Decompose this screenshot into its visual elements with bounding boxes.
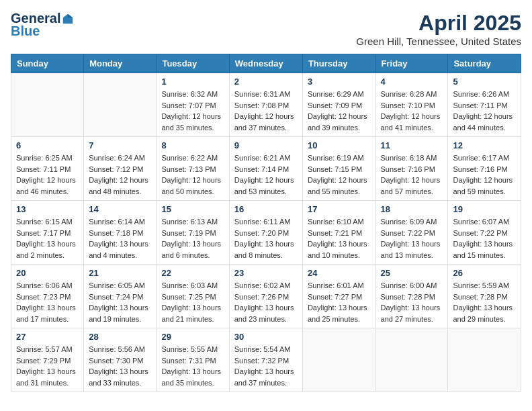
calendar-day-cell: 6Sunrise: 6:25 AM Sunset: 7:11 PM Daylig… bbox=[11, 137, 84, 201]
calendar-day-cell: 28Sunrise: 5:56 AM Sunset: 7:30 PM Dayli… bbox=[84, 328, 157, 392]
day-info: Sunrise: 6:29 AM Sunset: 7:09 PM Dayligh… bbox=[308, 89, 371, 133]
calendar-header-day: Friday bbox=[375, 54, 448, 73]
calendar-header-day: Saturday bbox=[448, 54, 521, 73]
calendar-day-cell: 26Sunrise: 5:59 AM Sunset: 7:28 PM Dayli… bbox=[448, 265, 521, 328]
calendar-day-cell: 23Sunrise: 6:02 AM Sunset: 7:26 PM Dayli… bbox=[229, 265, 302, 328]
calendar-day-cell: 5Sunrise: 6:26 AM Sunset: 7:11 PM Daylig… bbox=[448, 73, 521, 137]
day-info: Sunrise: 6:17 AM Sunset: 7:16 PM Dayligh… bbox=[453, 152, 516, 197]
logo: General Blue bbox=[11, 11, 75, 39]
calendar-header-day: Sunday bbox=[11, 54, 84, 73]
day-number: 15 bbox=[161, 204, 224, 214]
day-info: Sunrise: 6:11 AM Sunset: 7:20 PM Dayligh… bbox=[234, 216, 298, 261]
day-number: 12 bbox=[453, 140, 516, 150]
day-number: 19 bbox=[453, 204, 516, 214]
day-number: 11 bbox=[381, 140, 443, 150]
day-number: 21 bbox=[89, 268, 151, 278]
day-info: Sunrise: 6:32 AM Sunset: 7:07 PM Dayligh… bbox=[161, 89, 224, 133]
day-number: 26 bbox=[453, 268, 516, 278]
calendar-week-row: 20Sunrise: 6:06 AM Sunset: 7:23 PM Dayli… bbox=[11, 265, 521, 328]
day-number: 17 bbox=[308, 204, 371, 214]
calendar-header-row: SundayMondayTuesdayWednesdayThursdayFrid… bbox=[11, 54, 521, 73]
day-info: Sunrise: 6:22 AM Sunset: 7:13 PM Dayligh… bbox=[161, 152, 224, 197]
logo-icon bbox=[62, 13, 74, 25]
calendar-header-day: Thursday bbox=[302, 54, 375, 73]
calendar-day-cell: 12Sunrise: 6:17 AM Sunset: 7:16 PM Dayli… bbox=[448, 137, 521, 201]
calendar-day-cell: 24Sunrise: 6:01 AM Sunset: 7:27 PM Dayli… bbox=[302, 265, 375, 328]
day-info: Sunrise: 6:15 AM Sunset: 7:17 PM Dayligh… bbox=[16, 216, 79, 261]
calendar-day-cell bbox=[84, 73, 157, 137]
page-header: General Blue April 2025 Green Hill, Tenn… bbox=[11, 11, 521, 47]
day-number: 5 bbox=[453, 77, 516, 87]
day-number: 30 bbox=[234, 332, 298, 342]
calendar-day-cell: 7Sunrise: 6:24 AM Sunset: 7:12 PM Daylig… bbox=[84, 137, 157, 201]
calendar-day-cell: 22Sunrise: 6:03 AM Sunset: 7:25 PM Dayli… bbox=[157, 265, 229, 328]
calendar-subtitle: Green Hill, Tennessee, United States bbox=[356, 36, 521, 47]
calendar-day-cell: 29Sunrise: 5:55 AM Sunset: 7:31 PM Dayli… bbox=[157, 328, 229, 392]
day-number: 28 bbox=[89, 332, 151, 342]
calendar-day-cell: 19Sunrise: 6:07 AM Sunset: 7:22 PM Dayli… bbox=[448, 201, 521, 265]
day-info: Sunrise: 6:05 AM Sunset: 7:24 PM Dayligh… bbox=[89, 280, 151, 324]
calendar-day-cell: 9Sunrise: 6:21 AM Sunset: 7:14 PM Daylig… bbox=[229, 137, 302, 201]
day-number: 20 bbox=[16, 268, 79, 278]
calendar-week-row: 6Sunrise: 6:25 AM Sunset: 7:11 PM Daylig… bbox=[11, 137, 521, 201]
calendar-day-cell bbox=[11, 73, 84, 137]
day-number: 16 bbox=[234, 204, 298, 214]
calendar-title: April 2025 bbox=[356, 11, 521, 36]
day-info: Sunrise: 6:03 AM Sunset: 7:25 PM Dayligh… bbox=[161, 280, 224, 324]
calendar-day-cell: 25Sunrise: 6:00 AM Sunset: 7:28 PM Dayli… bbox=[375, 265, 448, 328]
day-info: Sunrise: 6:31 AM Sunset: 7:08 PM Dayligh… bbox=[234, 89, 298, 133]
day-number: 7 bbox=[89, 140, 151, 150]
day-number: 25 bbox=[381, 268, 443, 278]
calendar-day-cell: 1Sunrise: 6:32 AM Sunset: 7:07 PM Daylig… bbox=[157, 73, 229, 137]
calendar-day-cell: 17Sunrise: 6:10 AM Sunset: 7:21 PM Dayli… bbox=[302, 201, 375, 265]
day-number: 24 bbox=[308, 268, 371, 278]
day-number: 9 bbox=[234, 140, 298, 150]
day-number: 13 bbox=[16, 204, 79, 214]
day-number: 10 bbox=[308, 140, 371, 150]
day-info: Sunrise: 6:10 AM Sunset: 7:21 PM Dayligh… bbox=[308, 216, 371, 261]
day-number: 14 bbox=[89, 204, 151, 214]
day-number: 6 bbox=[16, 140, 79, 150]
day-number: 4 bbox=[381, 77, 443, 87]
svg-marker-1 bbox=[68, 13, 73, 17]
day-number: 8 bbox=[161, 140, 224, 150]
day-info: Sunrise: 6:26 AM Sunset: 7:11 PM Dayligh… bbox=[453, 89, 516, 133]
day-info: Sunrise: 6:25 AM Sunset: 7:11 PM Dayligh… bbox=[16, 152, 79, 197]
calendar-day-cell: 8Sunrise: 6:22 AM Sunset: 7:13 PM Daylig… bbox=[157, 137, 229, 201]
day-info: Sunrise: 6:01 AM Sunset: 7:27 PM Dayligh… bbox=[308, 280, 371, 324]
day-info: Sunrise: 6:02 AM Sunset: 7:26 PM Dayligh… bbox=[234, 280, 298, 324]
day-number: 22 bbox=[161, 268, 224, 278]
day-info: Sunrise: 5:54 AM Sunset: 7:32 PM Dayligh… bbox=[234, 344, 298, 388]
calendar-week-row: 27Sunrise: 5:57 AM Sunset: 7:29 PM Dayli… bbox=[11, 328, 521, 392]
day-info: Sunrise: 6:13 AM Sunset: 7:19 PM Dayligh… bbox=[161, 216, 224, 261]
day-info: Sunrise: 6:21 AM Sunset: 7:14 PM Dayligh… bbox=[234, 152, 298, 197]
logo-blue: Blue bbox=[11, 24, 40, 39]
calendar-day-cell: 16Sunrise: 6:11 AM Sunset: 7:20 PM Dayli… bbox=[229, 201, 302, 265]
calendar-day-cell bbox=[302, 328, 375, 392]
day-info: Sunrise: 6:24 AM Sunset: 7:12 PM Dayligh… bbox=[89, 152, 151, 197]
day-number: 1 bbox=[161, 77, 224, 87]
title-area: April 2025 Green Hill, Tennessee, United… bbox=[356, 11, 521, 47]
day-number: 23 bbox=[234, 268, 298, 278]
calendar-header-day: Wednesday bbox=[229, 54, 302, 73]
calendar-header-day: Monday bbox=[84, 54, 157, 73]
calendar-header-day: Tuesday bbox=[157, 54, 229, 73]
calendar-day-cell: 30Sunrise: 5:54 AM Sunset: 7:32 PM Dayli… bbox=[229, 328, 302, 392]
day-number: 3 bbox=[308, 77, 371, 87]
calendar-day-cell: 27Sunrise: 5:57 AM Sunset: 7:29 PM Dayli… bbox=[11, 328, 84, 392]
day-number: 27 bbox=[16, 332, 79, 342]
day-info: Sunrise: 6:07 AM Sunset: 7:22 PM Dayligh… bbox=[453, 216, 516, 261]
day-number: 18 bbox=[381, 204, 443, 214]
day-info: Sunrise: 6:00 AM Sunset: 7:28 PM Dayligh… bbox=[381, 280, 443, 324]
day-info: Sunrise: 5:59 AM Sunset: 7:28 PM Dayligh… bbox=[453, 280, 516, 324]
day-info: Sunrise: 5:57 AM Sunset: 7:29 PM Dayligh… bbox=[16, 344, 79, 388]
day-info: Sunrise: 5:56 AM Sunset: 7:30 PM Dayligh… bbox=[89, 344, 151, 388]
calendar-day-cell: 4Sunrise: 6:28 AM Sunset: 7:10 PM Daylig… bbox=[375, 73, 448, 137]
day-info: Sunrise: 6:18 AM Sunset: 7:16 PM Dayligh… bbox=[381, 152, 443, 197]
day-info: Sunrise: 6:19 AM Sunset: 7:15 PM Dayligh… bbox=[308, 152, 371, 197]
calendar-day-cell: 18Sunrise: 6:09 AM Sunset: 7:22 PM Dayli… bbox=[375, 201, 448, 265]
calendar-day-cell: 3Sunrise: 6:29 AM Sunset: 7:09 PM Daylig… bbox=[302, 73, 375, 137]
calendar-day-cell bbox=[448, 328, 521, 392]
day-info: Sunrise: 6:14 AM Sunset: 7:18 PM Dayligh… bbox=[89, 216, 151, 261]
calendar-table: SundayMondayTuesdayWednesdayThursdayFrid… bbox=[11, 54, 521, 392]
